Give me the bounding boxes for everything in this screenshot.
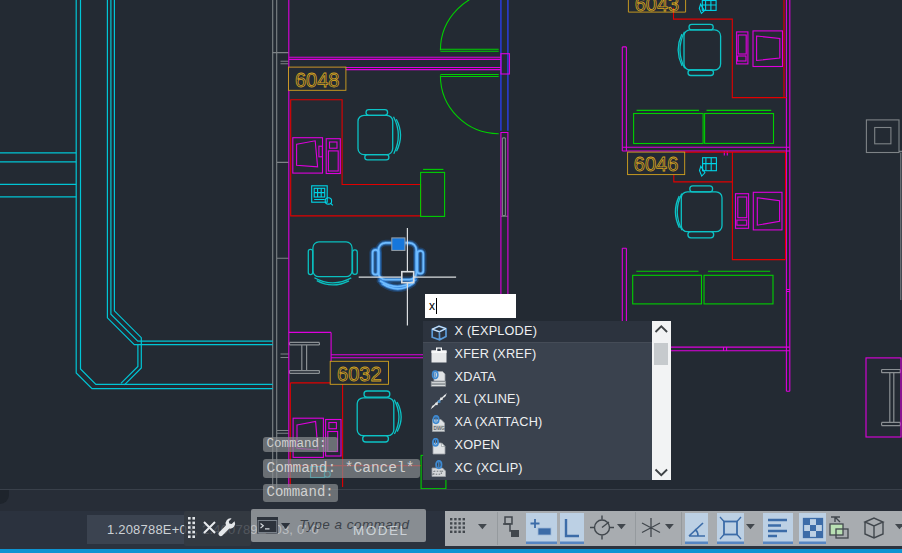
svg-text:6032: 6032 xyxy=(337,363,382,385)
svg-text:DWG: DWG xyxy=(433,425,445,430)
svg-text:6046: 6046 xyxy=(634,153,679,175)
svg-text:6048: 6048 xyxy=(295,69,340,91)
svg-text:6043: 6043 xyxy=(635,0,680,15)
